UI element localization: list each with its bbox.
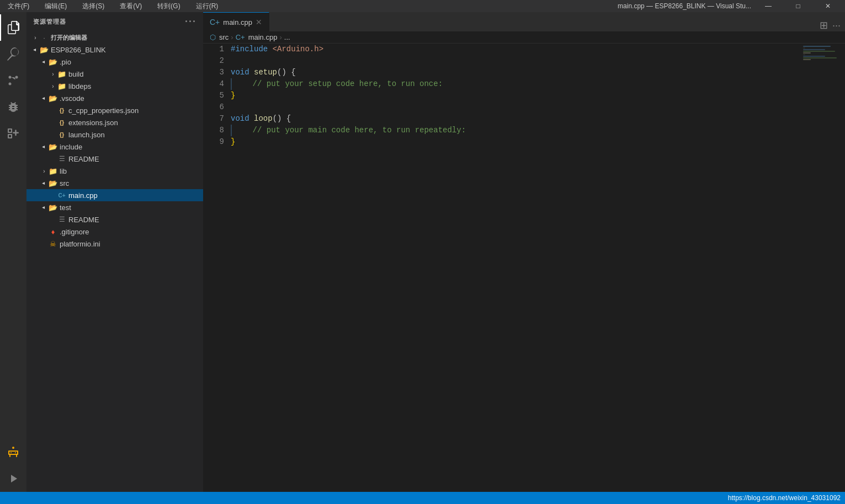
folder-icon: 📁 bbox=[57, 69, 66, 78]
tree-item-label: src bbox=[60, 179, 203, 187]
breadcrumb-sep2: › bbox=[279, 33, 281, 41]
json-icon: {} bbox=[57, 130, 66, 139]
sidebar-item-build[interactable]: ›📁build bbox=[26, 68, 203, 80]
token: #include bbox=[231, 44, 273, 55]
tree-item-label: launch.json bbox=[68, 131, 203, 139]
sidebar-item-extensions_json[interactable]: {}extensions.json bbox=[26, 116, 203, 128]
tree-item-label: extensions.json bbox=[68, 119, 203, 127]
activity-git[interactable] bbox=[0, 67, 26, 94]
folder-icon: 📁 bbox=[57, 82, 66, 90]
close-button[interactable]: ✕ bbox=[815, 0, 841, 12]
token: void bbox=[231, 113, 254, 125]
gitignore-icon: ♦ bbox=[49, 227, 57, 236]
sidebar-header: 资源管理器 ··· bbox=[26, 12, 203, 31]
editor-area: C+ main.cpp ✕ ⊞ ··· ⬡ src › C+ main.cpp … bbox=[203, 12, 845, 492]
sidebar-item-platformio_ini[interactable]: ☠platformio.ini bbox=[26, 238, 203, 250]
json-icon: {} bbox=[57, 118, 66, 127]
breadcrumb: ⬡ src › C+ main.cpp › ... bbox=[203, 31, 845, 44]
sidebar-item-pio[interactable]: ▾📂.pio bbox=[26, 56, 203, 68]
menu-bar[interactable]: 文件(F) 编辑(E) 选择(S) 查看(V) 转到(G) 运行(R) bbox=[4, 1, 221, 12]
menu-edit[interactable]: 编辑(E) bbox=[41, 1, 70, 12]
activity-run[interactable] bbox=[0, 465, 26, 492]
sidebar-item-project-root[interactable]: ▾📂ESP8266_BLINK bbox=[26, 44, 203, 56]
arrow-icon: › bbox=[49, 82, 57, 90]
activity-search[interactable] bbox=[0, 41, 26, 67]
sidebar-item-readme2[interactable]: ☰README bbox=[26, 213, 203, 226]
arrow-icon: › bbox=[31, 33, 40, 42]
breadcrumb-src[interactable]: src bbox=[219, 33, 228, 41]
token: setup bbox=[254, 67, 277, 78]
minimize-button[interactable]: — bbox=[756, 0, 781, 12]
sidebar-item-libdeps[interactable]: ›📁libdeps bbox=[26, 80, 203, 92]
titlebar: 文件(F) 编辑(E) 选择(S) 查看(V) 转到(G) 运行(R) main… bbox=[0, 0, 845, 12]
activity-extensions[interactable] bbox=[0, 120, 26, 147]
folder-icon: 📂 bbox=[49, 94, 57, 103]
line-numbers: 123456789 bbox=[203, 44, 231, 492]
code-line: void setup() { bbox=[231, 67, 801, 78]
sidebar-item-gitignore[interactable]: ♦.gitignore bbox=[26, 226, 203, 238]
breadcrumb-file[interactable]: main.cpp bbox=[248, 33, 278, 41]
token: // put your main code here, to run repea… bbox=[234, 125, 466, 136]
activity-explorer[interactable] bbox=[0, 14, 26, 41]
maximize-button[interactable]: □ bbox=[785, 0, 811, 12]
menu-run[interactable]: 运行(R) bbox=[193, 1, 222, 12]
tree-item-label: platformio.ini bbox=[60, 240, 203, 248]
menu-goto[interactable]: 转到(G) bbox=[154, 1, 183, 12]
mini-line-8 bbox=[803, 57, 837, 58]
token: loop bbox=[254, 113, 273, 125]
folder-icon: 📁 bbox=[49, 167, 57, 175]
tree-item-label: 打开的编辑器 bbox=[51, 34, 203, 42]
tab-close-button[interactable]: ✕ bbox=[256, 18, 262, 26]
tree-item-label: .gitignore bbox=[60, 228, 203, 236]
tree-item-label: ESP8266_BLINK bbox=[51, 46, 203, 54]
token: void bbox=[231, 67, 254, 78]
minimap bbox=[801, 44, 845, 492]
token: () { bbox=[277, 67, 296, 78]
sidebar-tree: ›·打开的编辑器▾📂ESP8266_BLINK▾📂.pio›📁build›📁li… bbox=[26, 31, 203, 492]
activity-bar bbox=[0, 12, 26, 492]
sidebar-item-launch_json[interactable]: {}launch.json bbox=[26, 128, 203, 141]
tree-item-label: .vscode bbox=[60, 94, 203, 103]
menu-file[interactable]: 文件(F) bbox=[4, 1, 33, 12]
svg-point-0 bbox=[9, 76, 12, 79]
folder-icon: 📂 bbox=[49, 203, 57, 212]
sidebar-more-button[interactable]: ··· bbox=[185, 16, 196, 28]
arrow-icon: ▾ bbox=[31, 45, 40, 54]
code-content[interactable]: #include <Arduino.h>void setup() { // pu… bbox=[231, 44, 801, 492]
breadcrumb-symbol[interactable]: ... bbox=[284, 33, 290, 41]
activity-robot[interactable] bbox=[0, 439, 26, 465]
sidebar-item-readme1[interactable]: ☰README bbox=[26, 153, 203, 165]
code-line bbox=[231, 55, 801, 67]
activity-debug[interactable] bbox=[0, 94, 26, 120]
sidebar-item-src[interactable]: ▾📂src bbox=[26, 177, 203, 189]
split-editor-button[interactable]: ⊞ bbox=[820, 19, 828, 31]
tab-main-cpp[interactable]: C+ main.cpp ✕ bbox=[203, 12, 269, 31]
svg-point-2 bbox=[15, 76, 18, 79]
line-number: 1 bbox=[220, 44, 224, 55]
line-number: 3 bbox=[220, 67, 224, 78]
token: () { bbox=[273, 113, 291, 125]
mini-line-1 bbox=[803, 46, 831, 47]
svg-point-1 bbox=[9, 83, 12, 85]
tree-item-label: build bbox=[68, 70, 203, 78]
menu-view[interactable]: 查看(V) bbox=[116, 1, 145, 12]
more-tab-actions[interactable]: ··· bbox=[832, 20, 841, 31]
line-number: 6 bbox=[220, 101, 224, 113]
sidebar-item-vscode[interactable]: ▾📂.vscode bbox=[26, 92, 203, 104]
sidebar-item-open-editors[interactable]: ›·打开的编辑器 bbox=[26, 31, 203, 44]
tab-actions: ⊞ ··· bbox=[815, 19, 845, 31]
menu-select[interactable]: 选择(S) bbox=[79, 1, 108, 12]
sidebar-item-c_cpp_properties[interactable]: {}c_cpp_properties.json bbox=[26, 104, 203, 116]
breadcrumb-sep1: › bbox=[231, 33, 233, 41]
line-number: 5 bbox=[220, 90, 224, 101]
platformio-icon: ☠ bbox=[49, 239, 57, 248]
sidebar-item-test[interactable]: ▾📂test bbox=[26, 201, 203, 213]
readme-icon: ☰ bbox=[57, 215, 66, 224]
sidebar-item-maincpp[interactable]: C+main.cpp bbox=[26, 189, 203, 201]
sidebar-item-include[interactable]: ▾📂include bbox=[26, 141, 203, 153]
sidebar-item-lib[interactable]: ›📁lib bbox=[26, 165, 203, 177]
mini-line-5 bbox=[803, 52, 811, 53]
line-number: 9 bbox=[220, 136, 224, 148]
code-line: } bbox=[231, 136, 801, 148]
arrow-icon: ▾ bbox=[40, 142, 49, 151]
